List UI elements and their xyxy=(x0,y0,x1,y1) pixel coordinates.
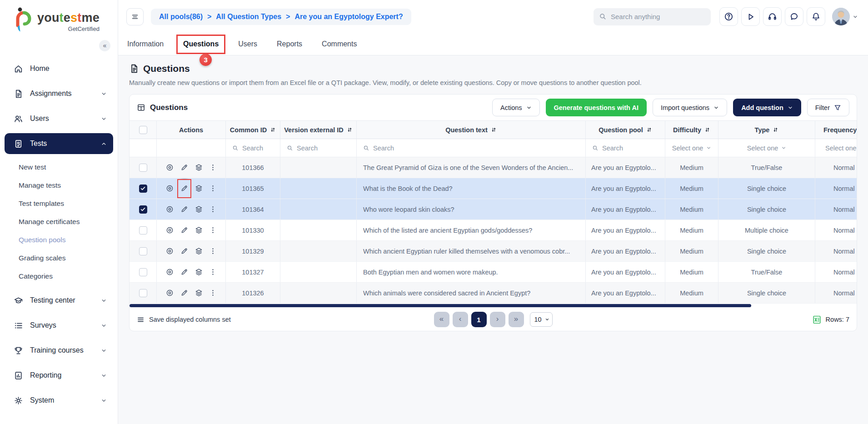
versions-layers-icon[interactable] xyxy=(195,226,203,234)
tab[interactable]: Comments xyxy=(322,33,357,55)
global-search[interactable] xyxy=(594,8,711,25)
row-checkbox[interactable] xyxy=(130,157,157,178)
pagination-last-button[interactable]: » xyxy=(509,312,524,327)
filter-version-external-id-input[interactable] xyxy=(297,145,350,152)
filter-question-pool-input[interactable] xyxy=(602,145,658,152)
breadcrumb-link[interactable]: All pools(86) xyxy=(159,13,203,21)
excel-export-icon[interactable] xyxy=(812,315,822,324)
tab[interactable]: Information xyxy=(127,33,164,55)
more-options-kebab-icon[interactable] xyxy=(209,226,217,234)
tab[interactable]: Users xyxy=(238,33,257,55)
edit-pencil-icon[interactable] xyxy=(180,247,189,255)
add-question-button[interactable]: Add question xyxy=(733,99,801,116)
preview-question-icon[interactable] xyxy=(165,205,174,214)
more-options-kebab-icon[interactable] xyxy=(209,164,217,171)
page-size-select[interactable]: 10 xyxy=(530,312,553,327)
column-header-frequency-factor[interactable]: Frequency factor xyxy=(815,121,857,139)
filter-difficulty-select[interactable]: Select one xyxy=(672,145,712,152)
sidebar-item-users[interactable]: Users xyxy=(5,108,113,129)
tests-submenu-item[interactable]: New test xyxy=(0,158,118,176)
filter-frequency-select[interactable]: Select one xyxy=(825,145,857,152)
sidebar-item-tests[interactable]: Tests xyxy=(5,133,113,154)
filter-button[interactable]: Filter xyxy=(807,99,849,116)
preview-question-icon[interactable] xyxy=(165,226,174,234)
tests-submenu-item[interactable]: Question pools xyxy=(0,231,118,249)
tests-submenu-item[interactable]: Test templates xyxy=(0,195,118,213)
breadcrumb-link[interactable]: Are you an Egyptology Expert? xyxy=(294,13,403,21)
column-header-question-text[interactable]: Question text xyxy=(357,121,586,139)
edit-pencil-icon[interactable] xyxy=(180,205,189,214)
versions-layers-icon[interactable] xyxy=(195,268,203,276)
versions-layers-icon[interactable] xyxy=(195,184,203,193)
sidebar: youtestme GetCertified « Home Assignment… xyxy=(0,0,118,424)
column-header-difficulty[interactable]: Difficulty xyxy=(665,121,718,139)
column-header-common-id[interactable]: Common ID xyxy=(226,121,280,139)
versions-layers-icon[interactable] xyxy=(195,163,203,172)
preview-question-icon[interactable] xyxy=(165,289,174,297)
pagination-next-button[interactable]: › xyxy=(490,312,505,327)
user-menu[interactable] xyxy=(832,8,858,25)
notifications-button[interactable] xyxy=(807,7,825,26)
preview-question-icon[interactable] xyxy=(165,163,174,172)
column-header-type[interactable]: Type xyxy=(718,121,815,139)
actions-button[interactable]: Actions xyxy=(492,99,540,116)
sidebar-item-system[interactable]: System xyxy=(5,390,113,411)
support-button[interactable] xyxy=(763,7,782,26)
tests-submenu-item[interactable]: Manage tests xyxy=(0,176,118,195)
pagination-first-button[interactable]: « xyxy=(434,312,449,327)
video-tutorials-button[interactable] xyxy=(741,7,760,26)
select-all-checkbox[interactable] xyxy=(130,121,157,139)
filter-type-select[interactable]: Select one xyxy=(747,145,787,152)
more-options-kebab-icon[interactable] xyxy=(209,289,217,297)
row-checkbox[interactable] xyxy=(130,178,157,199)
global-search-input[interactable] xyxy=(611,13,705,20)
versions-layers-icon[interactable] xyxy=(195,289,203,297)
help-button[interactable] xyxy=(719,7,738,26)
row-checkbox[interactable] xyxy=(130,199,157,219)
edit-pencil-icon[interactable] xyxy=(180,184,189,193)
save-columns-button[interactable]: Save displayed columns set xyxy=(137,316,434,324)
column-header-version-external-id[interactable]: Version external ID xyxy=(280,121,357,139)
more-options-kebab-icon[interactable] xyxy=(209,205,217,213)
more-options-kebab-icon[interactable] xyxy=(209,185,217,192)
preview-question-icon[interactable] xyxy=(165,184,174,193)
generate-questions-ai-button[interactable]: Generate questions with AI xyxy=(546,99,647,116)
column-header-question-pool[interactable]: Question pool xyxy=(586,121,665,139)
tests-submenu-item[interactable]: Manage certificates xyxy=(0,213,118,231)
sidebar-item-reporting[interactable]: Reporting xyxy=(5,365,113,386)
tests-submenu-item[interactable]: Categories xyxy=(0,267,118,285)
sidebar-item-testing-center[interactable]: Testing center xyxy=(5,290,113,311)
tab[interactable]: Reports xyxy=(277,33,302,55)
row-checkbox[interactable] xyxy=(130,241,157,261)
sidebar-item-assignments[interactable]: Assignments xyxy=(5,83,113,104)
row-checkbox[interactable] xyxy=(130,283,157,303)
preview-question-icon[interactable] xyxy=(165,247,174,255)
sidebar-item-surveys[interactable]: Surveys xyxy=(5,315,113,336)
tests-submenu-item[interactable]: Grading scales xyxy=(0,249,118,267)
edit-pencil-icon[interactable] xyxy=(180,268,189,276)
sidebar-item-home[interactable]: Home xyxy=(5,58,113,79)
breadcrumb-link[interactable]: All Question Types xyxy=(216,13,281,21)
row-checkbox[interactable] xyxy=(130,262,157,282)
more-options-kebab-icon[interactable] xyxy=(209,268,217,276)
horizontal-scrollbar-thumb[interactable] xyxy=(130,304,751,307)
filter-common-id-input[interactable] xyxy=(242,145,274,152)
edit-pencil-icon[interactable] xyxy=(180,163,189,172)
pagination-prev-button[interactable]: ‹ xyxy=(453,312,468,327)
edit-pencil-icon[interactable] xyxy=(180,226,189,234)
pagination-page-1-button[interactable]: 1 xyxy=(471,312,487,327)
sidebar-collapse-button[interactable]: « xyxy=(99,40,110,51)
more-options-kebab-icon[interactable] xyxy=(209,247,217,255)
import-questions-button[interactable]: Import questions xyxy=(653,99,727,116)
preview-question-icon[interactable] xyxy=(165,268,174,276)
hamburger-menu-button[interactable] xyxy=(126,8,144,25)
versions-layers-icon[interactable] xyxy=(195,247,203,255)
versions-layers-icon[interactable] xyxy=(195,205,203,214)
filter-question-text-input[interactable] xyxy=(373,145,579,152)
chat-button[interactable] xyxy=(785,7,803,26)
tab[interactable]: Questions 3 xyxy=(183,33,219,55)
edit-pencil-icon[interactable] xyxy=(180,289,189,297)
sidebar-item-training-courses[interactable]: Training courses xyxy=(5,340,113,361)
row-checkbox[interactable] xyxy=(130,220,157,240)
brand-logo[interactable]: youtestme GetCertified xyxy=(0,6,118,42)
